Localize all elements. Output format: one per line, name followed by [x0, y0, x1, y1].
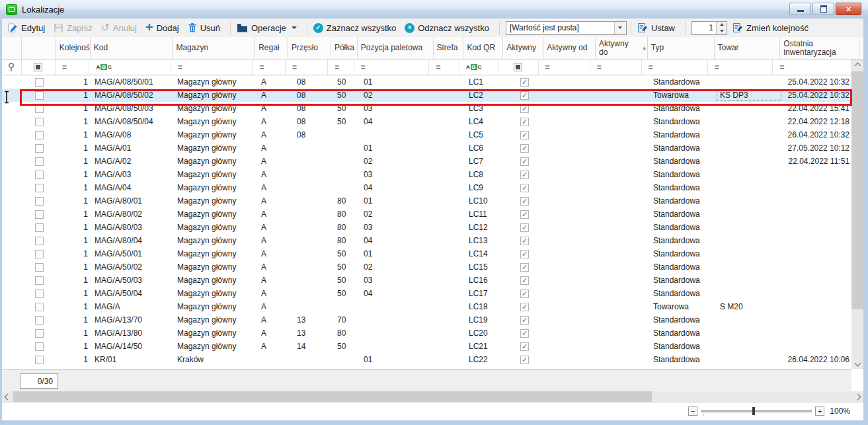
table-row[interactable]: 1 MAG/A/80/01 Magazyn główny A 80 01 LC1… — [2, 194, 851, 208]
table-row[interactable]: 1 KR/01 Kraków 01 LC22 ✓ Standardowa 26.… — [2, 353, 851, 366]
header-aktywny[interactable]: Aktywny — [503, 37, 543, 59]
filter-aktywny-od[interactable]: = — [539, 59, 590, 75]
cell-aktywny[interactable]: ✓ — [504, 102, 545, 115]
checkbox-icon[interactable] — [35, 276, 44, 285]
cell-aktywny[interactable]: ✓ — [504, 168, 545, 181]
checkbox-icon[interactable] — [35, 157, 44, 166]
table-row[interactable]: 1 MAG/A/13/70 Magazyn główny A 13 70 LC1… — [2, 313, 851, 327]
table-row[interactable]: 1 MAG/A/14/50 Magazyn główny A 14 50 LC2… — [2, 340, 851, 353]
add-button[interactable]: + Dodaj — [145, 23, 179, 33]
checkbox-icon[interactable] — [35, 237, 44, 245]
vertical-scrollbar-thumb[interactable] — [851, 71, 863, 309]
restore-button[interactable] — [812, 3, 834, 15]
checkbox-icon[interactable] — [35, 223, 44, 232]
filter-pozycja[interactable]: = — [354, 59, 430, 75]
row-select-checkbox-cell[interactable] — [22, 141, 56, 155]
table-row[interactable]: 1 MAG/A/13/80 Magazyn główny A 13 80 LC2… — [2, 327, 851, 340]
cell-aktywny[interactable]: ✓ — [504, 274, 545, 287]
cell-aktywny[interactable]: ✓ — [504, 155, 545, 168]
table-row[interactable]: 1 MAG/A/08/50/03 Magazyn główny A 08 50 … — [2, 102, 851, 115]
row-select-checkbox-cell[interactable] — [22, 115, 56, 128]
table-row[interactable]: 1 MAG/A/50/01 Magazyn główny A 50 01 LC1… — [2, 247, 851, 260]
checkbox-icon[interactable] — [35, 303, 44, 311]
delete-button[interactable]: Usuń — [188, 22, 220, 33]
row-select-checkbox-cell[interactable] — [22, 353, 56, 366]
cell-aktywny[interactable]: ✓ — [504, 340, 545, 353]
row-select-checkbox-cell[interactable] — [22, 181, 56, 194]
cell-aktywny[interactable]: ✓ — [504, 260, 545, 274]
header-magazyn[interactable]: Magazyn — [173, 37, 255, 59]
table-row[interactable]: 1 MAG/A/50/04 Magazyn główny A 50 04 LC1… — [2, 287, 851, 300]
scroll-down-button[interactable] — [851, 357, 863, 369]
cell-aktywny[interactable]: ✓ — [504, 89, 545, 102]
checkbox-icon[interactable] — [35, 250, 44, 258]
row-select-checkbox-cell[interactable] — [22, 260, 56, 274]
filter-select-all-checkbox[interactable] — [22, 59, 56, 75]
table-row[interactable]: 1 MAG/A/50/02 Magazyn główny A 50 02 LC1… — [2, 260, 851, 274]
row-select-checkbox-cell[interactable] — [22, 300, 56, 313]
filter-strefa[interactable]: = — [429, 59, 459, 75]
cell-aktywny[interactable]: ✓ — [504, 313, 545, 327]
table-row[interactable]: 1 MAG/A Magazyn główny A LC18 ✓ Towarowa… — [2, 300, 851, 313]
cancel-button[interactable]: ↺ Anuluj — [100, 23, 137, 33]
checkbox-icon[interactable] — [35, 356, 44, 364]
table-row[interactable]: 1 MAG/A/80/03 Magazyn główny A 80 03 LC1… — [2, 221, 851, 234]
header-typ[interactable]: Typ — [648, 37, 715, 59]
header-polka[interactable]: Półka — [331, 37, 358, 59]
checkbox-icon[interactable] — [35, 290, 44, 298]
filter-value-combobox[interactable]: [Wartość jest pusta] — [506, 21, 627, 35]
header-kod[interactable]: Kod — [91, 37, 173, 59]
header-ostatnia-inwentaryzacja[interactable]: Ostatnia inwentaryzacja — [780, 37, 859, 59]
checkbox-icon[interactable] — [35, 316, 44, 325]
zoom-out-button[interactable]: − — [688, 406, 697, 416]
table-row[interactable]: 1 MAG/A/04 Magazyn główny A 04 LC9 ✓ Sta… — [2, 181, 851, 194]
row-select-checkbox-cell[interactable] — [22, 274, 56, 287]
filter-aktywny-do[interactable]: = — [590, 59, 642, 75]
row-select-checkbox-cell[interactable] — [22, 208, 56, 221]
set-button[interactable]: Ustaw — [637, 22, 675, 33]
cell-aktywny[interactable]: ✓ — [504, 141, 545, 155]
cell-aktywny[interactable]: ✓ — [504, 300, 545, 313]
filter-kod-qr[interactable]: ABC — [459, 59, 498, 75]
row-select-checkbox-cell[interactable] — [22, 102, 56, 115]
filter-przeslo[interactable]: = — [286, 59, 328, 75]
header-strefa[interactable]: Strefa — [434, 37, 464, 59]
cell-aktywny[interactable]: ✓ — [504, 208, 545, 221]
cell-aktywny[interactable]: ✓ — [504, 234, 545, 247]
row-select-checkbox-cell[interactable] — [22, 287, 56, 300]
table-row[interactable]: 1 MAG/A/08/50/04 Magazyn główny A 08 50 … — [2, 115, 851, 128]
scroll-left-button[interactable] — [2, 391, 13, 402]
checkbox-icon[interactable] — [35, 184, 44, 192]
cell-aktywny[interactable]: ✓ — [504, 247, 545, 260]
checkbox-icon[interactable] — [35, 104, 44, 113]
row-select-checkbox-cell[interactable] — [22, 168, 56, 181]
filter-aktywny-checkbox[interactable] — [498, 59, 538, 75]
checkbox-icon[interactable] — [35, 329, 44, 338]
checkbox-icon[interactable] — [35, 263, 44, 272]
table-row[interactable]: 1 MAG/A/02 Magazyn główny A 02 LC7 ✓ Sta… — [2, 155, 851, 168]
table-row[interactable]: 1 MAG/A/80/02 Magazyn główny A 80 02 LC1… — [2, 208, 851, 221]
cell-aktywny[interactable]: ✓ — [504, 194, 545, 208]
cell-aktywny[interactable]: ✓ — [504, 128, 545, 141]
row-select-checkbox-cell[interactable] — [22, 194, 56, 208]
row-select-checkbox-cell[interactable] — [22, 247, 56, 260]
row-select-checkbox-cell[interactable] — [22, 313, 56, 327]
row-select-checkbox-cell[interactable] — [22, 89, 56, 102]
zoom-slider-thumb[interactable] — [752, 407, 755, 415]
select-all-button[interactable]: ✓ Zaznacz wszystko — [313, 23, 396, 33]
filter-polka[interactable]: = — [328, 59, 354, 75]
minimize-button[interactable] — [789, 3, 811, 15]
vertical-scrollbar[interactable] — [851, 59, 863, 369]
header-towar[interactable]: Towar — [715, 37, 781, 59]
spinner-down-button[interactable] — [717, 28, 727, 34]
row-select-checkbox-cell[interactable] — [22, 327, 56, 340]
close-button[interactable]: × — [836, 3, 861, 15]
spinner-up-button[interactable] — [717, 22, 727, 28]
checkbox-icon[interactable] — [35, 210, 44, 219]
filter-typ[interactable]: = — [642, 59, 708, 75]
operations-button[interactable]: Operacje — [237, 23, 297, 33]
header-aktywny-od[interactable]: Aktywny od — [543, 37, 596, 59]
row-select-checkbox-cell[interactable] — [22, 155, 56, 168]
checkbox-icon[interactable] — [35, 131, 44, 139]
filter-kolejnosc[interactable]: = — [56, 59, 89, 75]
